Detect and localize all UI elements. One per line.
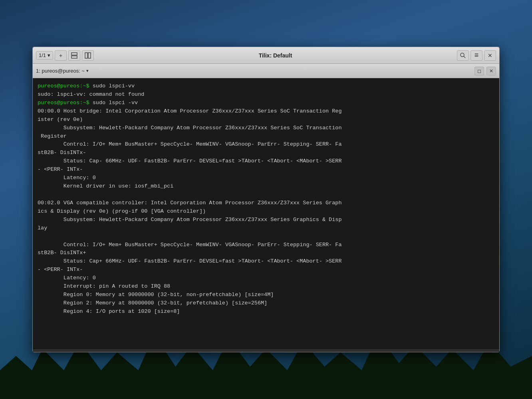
titlebar-right-controls: ≡ ✕ bbox=[457, 50, 496, 61]
terminal-line-19: stB2B- DisINTx+ bbox=[38, 249, 494, 257]
tab-chevron-icon: ▾ bbox=[86, 68, 89, 73]
terminal-line-6: Subsystem: Hewlett-Packard Company Atom … bbox=[38, 124, 494, 132]
terminal-line-18: Control: I/O+ Mem+ BusMaster+ SpecCycle-… bbox=[38, 241, 494, 249]
prompt-2: pureos@pureos:~$ bbox=[38, 100, 93, 106]
terminal-line-17: lay bbox=[38, 224, 494, 233]
svg-rect-2 bbox=[85, 53, 87, 58]
close-tab-button[interactable]: ✕ bbox=[486, 67, 496, 75]
terminal-line-23: Interrupt: pin A routed to IRQ 88 bbox=[38, 282, 494, 291]
terminal-line-4: 00:00.0 Host bridge: Intel Corporation A… bbox=[38, 107, 494, 116]
terminal-line-blank1 bbox=[38, 191, 494, 199]
search-icon bbox=[460, 52, 466, 59]
svg-rect-3 bbox=[88, 53, 91, 58]
terminal-body[interactable]: pureos@pureos:~$ sudo lspci-vv sudo: lsp… bbox=[33, 78, 499, 350]
terminal-line-26: Region 4: I/O ports at 1020 [size=8] bbox=[38, 308, 494, 316]
terminal-line-20: Status: Cap+ 66MHz- UDF- FastB2B- ParErr… bbox=[38, 257, 494, 266]
split-v-icon bbox=[71, 52, 77, 59]
terminal-line-10: Status: Cap- 66MHz- UDF- FastB2B- ParErr… bbox=[38, 157, 494, 166]
terminal-line-22: Latency: 0 bbox=[38, 274, 494, 282]
search-button[interactable] bbox=[457, 50, 469, 61]
terminal-line-8: Control: I/O+ Mem+ BusMaster+ SpecCycle-… bbox=[38, 140, 494, 149]
new-tab-button[interactable]: + bbox=[55, 50, 67, 61]
close-window-button[interactable]: ✕ bbox=[484, 50, 496, 61]
terminal-line-14: 00:02.0 VGA compatible controller: Intel… bbox=[38, 199, 494, 207]
terminal-line-11: - <PERR- INTx- bbox=[38, 166, 494, 174]
tabbar: 1: pureos@pureos: ~ ▾ ◻ ✕ bbox=[33, 64, 499, 78]
prompt-1: pureos@pureos:~$ bbox=[38, 83, 93, 89]
tab-indicator-label: 1/1 bbox=[39, 52, 46, 58]
menu-button[interactable]: ≡ bbox=[470, 50, 482, 61]
terminal-line-15: ics & Display (rev 0e) (prog-if 00 [VGA … bbox=[38, 207, 494, 216]
svg-rect-0 bbox=[71, 53, 77, 55]
split-h-button[interactable] bbox=[82, 50, 94, 61]
terminal-line-5: ister (rev 0e) bbox=[38, 116, 494, 124]
terminal-line-7: Register bbox=[38, 132, 494, 141]
tab-1[interactable]: 1: pureos@pureos: ~ ▾ bbox=[36, 68, 89, 74]
terminal-line-1: pureos@pureos:~$ sudo lspci-vv bbox=[38, 82, 494, 91]
terminal-window: 1/1 ▾ + Tilix: Default ≡ ✕ bbox=[32, 47, 500, 352]
terminal-line-3: pureos@pureos:~$ sudo lspci -vv bbox=[38, 99, 494, 107]
terminal-line-2: sudo: lspci-vv: command not found bbox=[38, 91, 494, 99]
terminal-line-24: Region 0: Memory at 90000000 (32-bit, no… bbox=[38, 291, 494, 299]
maximize-button[interactable]: ◻ bbox=[474, 67, 484, 75]
split-h-icon bbox=[85, 52, 91, 59]
tab-1-label: 1: pureos@pureos: ~ bbox=[36, 68, 85, 74]
window-title: Tilix: Default bbox=[95, 52, 455, 59]
scrollbar-area bbox=[33, 350, 499, 352]
terminal-line-12: Latency: 0 bbox=[38, 174, 494, 182]
terminal-line-25: Region 2: Memory at 80000000 (32-bit, pr… bbox=[38, 299, 494, 308]
terminal-line-21: - <PERR- INTx- bbox=[38, 266, 494, 274]
split-v-button[interactable] bbox=[68, 50, 80, 61]
tab-indicator[interactable]: 1/1 ▾ bbox=[36, 51, 53, 59]
titlebar: 1/1 ▾ + Tilix: Default ≡ ✕ bbox=[33, 47, 499, 64]
terminal-line-blank2 bbox=[38, 233, 494, 241]
tab-chevron-icon: ▾ bbox=[48, 52, 50, 58]
terminal-line-13: Kernel driver in use: iosf_mbi_pci bbox=[38, 182, 494, 191]
terminal-line-9: stB2B- DisINTx- bbox=[38, 149, 494, 157]
svg-point-4 bbox=[461, 53, 464, 57]
svg-rect-1 bbox=[71, 56, 77, 58]
svg-line-5 bbox=[464, 56, 465, 58]
terminal-line-16: Subsystem: Hewlett-Packard Company Atom … bbox=[38, 216, 494, 224]
